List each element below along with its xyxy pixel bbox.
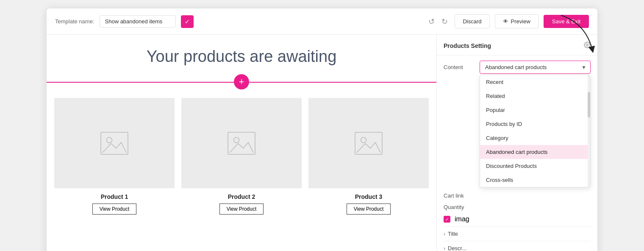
svg-point-5	[361, 137, 366, 143]
quantity-row: Quantity	[444, 204, 591, 210]
dropdown-option-products-by-id[interactable]: Products by ID	[480, 117, 590, 131]
dropdown-option-related[interactable]: Related	[480, 89, 590, 103]
dropdown-option-abandoned[interactable]: Abandoned cart products	[480, 145, 590, 159]
svg-rect-0	[101, 132, 128, 154]
template-name-label: Template name:	[55, 18, 94, 25]
product-image-2	[181, 98, 302, 188]
title-section-label: Title	[448, 231, 458, 237]
discard-button[interactable]: Discard	[455, 14, 489, 28]
toolbar: Template name: ✓ ↺ ↻ Discard 👁 Preview S…	[47, 8, 597, 35]
image-checkbox[interactable]: ✓	[444, 216, 450, 223]
canvas-area: Your products are awaiting + Product 1	[47, 35, 436, 251]
image-label: imag	[455, 215, 469, 223]
cart-link-label: Cart link	[444, 192, 475, 199]
editor-container: Template name: ✓ ↺ ↻ Discard 👁 Preview S…	[47, 8, 597, 251]
dropdown-option-cross-sells[interactable]: Cross-sells	[480, 173, 590, 187]
scrollbar-track	[588, 75, 590, 187]
undo-redo-group: ↺ ↻	[427, 15, 450, 28]
title-section-row[interactable]: › Title	[444, 226, 591, 241]
content-row: Content Abandoned cart products ▼ Recent…	[444, 61, 591, 74]
undo-button[interactable]: ↺	[427, 15, 436, 28]
product-image-3	[308, 98, 429, 188]
preview-button[interactable]: 👁 Preview	[495, 14, 539, 28]
product-name-3: Product 3	[355, 193, 383, 200]
product-name-2: Product 2	[228, 193, 255, 200]
eye-icon: 👁	[503, 18, 508, 25]
content-dropdown-wrapper: Abandoned cart products ▼ Recent Related…	[480, 61, 591, 74]
product-card-2: Product 2 View Product	[181, 98, 302, 215]
description-section-label: Descr...	[448, 245, 466, 251]
image-checkbox-row: ✓ imag	[444, 215, 591, 223]
svg-point-6	[586, 44, 588, 46]
cart-link-row: Cart link	[444, 192, 591, 199]
dropdown-option-category[interactable]: Category	[480, 131, 590, 145]
product-image-1	[54, 98, 175, 188]
quantity-label: Quantity	[444, 204, 475, 210]
view-product-btn-1[interactable]: View Product	[92, 204, 136, 215]
settings-gear-button[interactable]	[584, 42, 591, 50]
dropdown-option-recent[interactable]: Recent	[480, 75, 590, 89]
template-name-input[interactable]	[100, 15, 176, 28]
scrollbar-thumb[interactable]	[588, 92, 590, 117]
panel-header: Products Setting	[437, 35, 597, 56]
svg-point-3	[234, 137, 239, 143]
products-row: Product 1 View Product Product 2 View Pr…	[47, 89, 436, 223]
chevron-right-icon-2: ›	[444, 245, 445, 251]
panel-title: Products Setting	[444, 42, 491, 49]
right-panel: Products Setting Content Abandoned cart …	[436, 35, 597, 251]
svg-rect-2	[228, 132, 255, 154]
save-exit-button[interactable]: Save & Exit	[544, 15, 589, 28]
editor-body: Your products are awaiting + Product 1	[47, 35, 597, 251]
confirm-button[interactable]: ✓	[181, 15, 194, 28]
content-dropdown-display[interactable]: Abandoned cart products	[480, 61, 591, 74]
description-section-row[interactable]: › Descr...	[444, 241, 591, 251]
canvas-heading: Your products are awaiting	[47, 47, 436, 66]
add-section-button[interactable]: +	[234, 74, 249, 89]
product-card-1: Product 1 View Product	[54, 98, 175, 215]
svg-rect-4	[355, 132, 382, 154]
dropdown-option-popular[interactable]: Popular	[480, 103, 590, 117]
content-label: Content	[444, 64, 475, 70]
product-name-1: Product 1	[101, 193, 128, 200]
dropdown-option-discounted[interactable]: Discounted Products	[480, 159, 590, 173]
panel-content: Content Abandoned cart products ▼ Recent…	[437, 56, 597, 251]
view-product-btn-2[interactable]: View Product	[219, 204, 264, 215]
content-dropdown-menu: Recent Related Popular Products by ID Ca…	[480, 75, 591, 187]
view-product-btn-3[interactable]: View Product	[347, 204, 391, 215]
svg-point-1	[107, 137, 112, 143]
product-card-3: Product 3 View Product	[308, 98, 429, 215]
redo-button[interactable]: ↻	[440, 15, 450, 28]
add-section: +	[47, 74, 436, 89]
chevron-right-icon: ›	[444, 231, 445, 237]
